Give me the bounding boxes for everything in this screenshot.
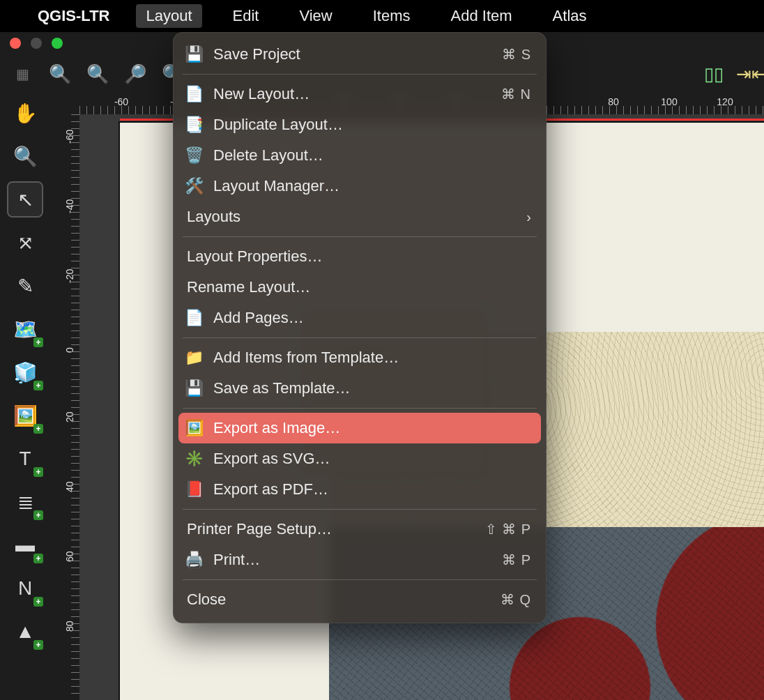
menu-item-label: Delete Layout…	[213, 146, 531, 165]
menu-item-label: Layout Manager…	[213, 177, 531, 195]
vruler-tick: -20	[54, 269, 66, 283]
pan-tool-icon[interactable]: ✋	[8, 96, 42, 130]
zoom-out-icon[interactable]: 🔍	[85, 61, 110, 86]
export-pdf-icon: 📕	[184, 480, 204, 499]
vruler-tick: 60	[54, 551, 66, 562]
save-template-icon: 💾	[184, 379, 204, 398]
menu-item-label: Layouts	[187, 208, 517, 226]
menu-item-export-as-pdf[interactable]: 📕Export as PDF…	[173, 474, 547, 505]
menu-separator	[183, 337, 537, 338]
menu-separator	[183, 579, 537, 580]
menu-item-layout-properties[interactable]: Layout Properties…	[173, 241, 547, 272]
menu-item-rename-layout[interactable]: Rename Layout…	[173, 272, 547, 303]
menu-atlas[interactable]: Atlas	[543, 4, 597, 28]
menu-add-item[interactable]: Add Item	[441, 4, 522, 28]
menu-item-printer-page-setup[interactable]: Printer Page Setup…⇧ ⌘ P	[173, 514, 547, 545]
hruler-tick: 80	[608, 96, 619, 107]
add-legend-tool-icon[interactable]: ≣	[8, 485, 42, 519]
menu-item-label: Rename Layout…	[187, 278, 531, 296]
chevron-right-icon: ›	[526, 209, 531, 225]
menu-item-label: Save as Template…	[213, 379, 531, 397]
menu-item-new-layout[interactable]: 📄New Layout…⌘ N	[173, 79, 547, 109]
layout-dropdown-menu: 💾Save Project⌘ S📄New Layout…⌘ N📑Duplicat…	[173, 32, 547, 623]
hruler-tick: 120	[717, 96, 733, 107]
menu-item-label: Printer Page Setup…	[187, 520, 475, 538]
align-icon-1[interactable]: ▯▯	[701, 61, 726, 86]
window-close-button[interactable]	[10, 38, 21, 49]
layout-manager-icon: 🛠️	[184, 176, 204, 196]
left-toolbox: ✋ 🔍 ↖ ⤧ ✎ 🗺️ 🧊 🖼️ T ≣ ▬ N ▲	[0, 93, 50, 700]
menu-item-duplicate-layout[interactable]: 📑Duplicate Layout…	[173, 109, 547, 140]
menu-separator	[183, 408, 537, 409]
add-image-tool-icon[interactable]: 🖼️	[8, 399, 42, 432]
print-icon: 🖨️	[184, 550, 204, 570]
window-zoom-button[interactable]	[52, 38, 63, 49]
edit-nodes-tool-icon[interactable]: ✎	[8, 269, 42, 303]
move-content-tool-icon[interactable]: ⤧	[8, 226, 42, 259]
menu-items[interactable]: Items	[363, 4, 420, 28]
menu-item-shortcut: ⌘ N	[501, 86, 531, 102]
menu-item-shortcut: ⌘ S	[502, 46, 531, 63]
menu-item-label: Export as SVG…	[213, 450, 531, 468]
align-icon-2[interactable]: ⇥⇤	[739, 61, 764, 86]
add-pages-icon: 📄	[184, 308, 204, 328]
menu-item-label: Close	[187, 591, 491, 609]
app-name[interactable]: QGIS-LTR	[38, 7, 109, 25]
vruler-tick: 20	[54, 411, 66, 423]
zoom-in-icon[interactable]: 🔍	[47, 61, 72, 86]
add-3dmap-tool-icon[interactable]: 🧊	[8, 356, 42, 389]
zoom-actual-icon[interactable]: 🔎	[123, 61, 148, 86]
new-layout-icon: 📄	[184, 84, 204, 104]
menu-item-print[interactable]: 🖨️Print…⌘ P	[173, 545, 547, 575]
vruler-tick: -60	[54, 130, 66, 144]
vruler-tick: 40	[54, 481, 66, 492]
hruler-tick: -60	[114, 96, 128, 107]
menu-item-export-as-image[interactable]: 🖼️Export as Image…	[178, 413, 541, 443]
menu-item-layouts[interactable]: Layouts›	[173, 201, 547, 232]
menu-item-add-pages[interactable]: 📄Add Pages…	[173, 303, 547, 333]
menu-item-label: Print…	[213, 551, 492, 569]
menu-item-label: Layout Properties…	[187, 248, 531, 266]
menu-item-close[interactable]: Close⌘ Q	[173, 584, 547, 615]
vertical-ruler: -60-40-20020406080	[50, 114, 79, 700]
delete-icon: 🗑️	[184, 146, 204, 165]
ruler-corner	[50, 93, 79, 114]
zoom-tool-icon[interactable]: 🔍	[8, 139, 42, 173]
select-tool-icon[interactable]: ↖	[8, 183, 42, 216]
vruler-tick: 80	[54, 621, 66, 632]
menu-view[interactable]: View	[289, 4, 342, 28]
menu-separator	[183, 74, 537, 75]
menu-item-label: New Layout…	[213, 85, 491, 103]
menu-item-export-as-svg[interactable]: ✳️Export as SVG…	[173, 443, 547, 474]
export-image-icon: 🖼️	[184, 418, 204, 438]
save-icon: 💾	[184, 45, 204, 64]
menu-layout[interactable]: Layout	[136, 4, 201, 28]
menu-item-shortcut: ⇧ ⌘ P	[485, 521, 531, 538]
menu-item-shortcut: ⌘ Q	[501, 591, 531, 608]
add-northarrow-tool-icon[interactable]: N	[8, 572, 42, 605]
add-scalebar-tool-icon[interactable]: ▬	[8, 528, 42, 562]
folder-icon: 📁	[184, 348, 204, 367]
add-label-tool-icon[interactable]: T	[8, 442, 42, 475]
menu-item-layout-manager[interactable]: 🛠️Layout Manager…	[173, 171, 547, 201]
mac-menubar: QGIS-LTR Layout Edit View Items Add Item…	[0, 0, 764, 32]
hruler-tick: 100	[661, 96, 677, 107]
menu-item-add-items-from-template[interactable]: 📁Add Items from Template…	[173, 342, 547, 373]
menu-separator	[183, 509, 537, 510]
vruler-tick: 0	[54, 347, 66, 353]
menu-item-save-project[interactable]: 💾Save Project⌘ S	[173, 39, 547, 70]
menu-item-label: Save Project	[213, 45, 492, 63]
add-shape-tool-icon[interactable]: ▲	[8, 615, 42, 648]
duplicate-layout-icon: 📑	[184, 115, 204, 135]
menu-item-save-as-template[interactable]: 💾Save as Template…	[173, 373, 547, 404]
menu-item-label: Export as PDF…	[213, 480, 531, 499]
add-map-tool-icon[interactable]: 🗺️	[8, 312, 42, 346]
menu-item-label: Export as Image…	[213, 419, 531, 437]
menu-item-label: Duplicate Layout…	[213, 116, 531, 134]
menu-item-label: Add Items from Template…	[213, 349, 531, 367]
menu-item-delete-layout[interactable]: 🗑️Delete Layout…	[173, 140, 547, 171]
menu-edit[interactable]: Edit	[223, 4, 269, 28]
grid-icon[interactable]: ▦	[10, 61, 35, 86]
window-minimize-button[interactable]	[31, 38, 42, 49]
export-svg-icon: ✳️	[184, 449, 204, 469]
